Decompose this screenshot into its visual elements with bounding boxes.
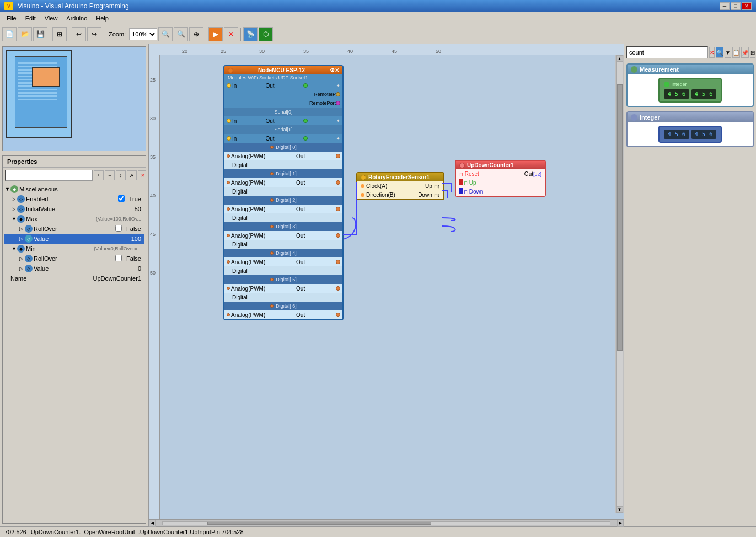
zoom-fit-button[interactable]: ⊕: [189, 27, 203, 41]
new-button[interactable]: 📄: [2, 27, 17, 41]
props-collapse-button[interactable]: −: [105, 170, 115, 180]
tree-min-rollover[interactable]: ▷ ◇ RollOver False: [4, 254, 144, 264]
vscroll-down-arrow[interactable]: ▼: [616, 506, 623, 513]
delete-button[interactable]: ✕: [224, 27, 238, 41]
hscroll-left-arrow[interactable]: ◀: [149, 520, 156, 527]
save-button[interactable]: 💾: [33, 27, 47, 41]
props-sort-alpha-button[interactable]: A: [127, 170, 137, 180]
canvas-vscroll[interactable]: ▲ ▼: [615, 55, 624, 513]
tree-initial-value[interactable]: ▷ ◇ InitialValue 50: [4, 204, 144, 214]
toolbar-r1[interactable]: 📋: [732, 47, 740, 58]
menu-arduino[interactable]: Arduino: [62, 14, 92, 23]
measurement-group: Measurement Integer 4 5 6 4 5 6: [626, 63, 754, 107]
menu-edit[interactable]: Edit: [21, 14, 40, 23]
tree-name[interactable]: Name UpDownCounter1: [4, 273, 144, 283]
pin-digital5-digital: Digital: [224, 293, 342, 302]
tree-max-rollover[interactable]: ▷ ◇ RollOver False: [4, 224, 144, 234]
rotary-title: RotaryEncoderSensor1: [368, 174, 430, 180]
rotary-encoder-block[interactable]: RotaryEncoderSensor1 Clock(A) Up ⊓↑ Dire…: [356, 172, 444, 200]
vscroll-up-arrow[interactable]: ▲: [616, 55, 623, 62]
components-panel: Measurement Integer 4 5 6 4 5 6: [624, 61, 756, 526]
max-rollover-checkbox[interactable]: [115, 225, 122, 232]
pin-digital0-digital: Digital: [224, 160, 342, 169]
redo-button[interactable]: ↪: [87, 27, 101, 41]
menu-help[interactable]: Help: [92, 14, 113, 23]
hscroll-right-arrow[interactable]: ▶: [617, 520, 624, 527]
wifi-button[interactable]: 📡: [243, 27, 258, 41]
pin-udp-in: In Out✦: [224, 81, 342, 90]
canvas-hscroll[interactable]: ◀ ▶: [149, 519, 624, 526]
props-delete-button[interactable]: ✕: [138, 170, 146, 180]
menu-view[interactable]: View: [40, 14, 62, 23]
canvas-scroll[interactable]: NodeMCU ESP-12 ⚙✕ Modules.WiFi.Sockets.U…: [160, 55, 624, 519]
toolbar-r3[interactable]: ⊞: [750, 47, 755, 58]
properties-search-input[interactable]: [5, 170, 93, 181]
counter-pin-down: ⊓ Down: [456, 187, 545, 196]
properties-tree: ▼ ◆ Miscellaneous ▷ ◇ Enabled True ▷: [3, 183, 146, 284]
enabled-value: True: [129, 196, 143, 202]
measurement-item[interactable]: Integer 4 5 6 4 5 6: [658, 78, 721, 103]
pin-digital1-header: Digital[ 1]: [224, 169, 342, 178]
meas-digit-2: 4 5 6: [691, 89, 716, 99]
undo-button[interactable]: ↩: [72, 27, 86, 41]
pin-serial0-header: Serial[0]: [224, 108, 342, 116]
initial-value-label: InitialValue: [26, 206, 135, 212]
min-rollover-label: RollOver: [34, 255, 115, 262]
properties-header: Properties: [3, 156, 146, 168]
restore-button[interactable]: □: [731, 2, 741, 10]
minimize-button[interactable]: ─: [720, 2, 730, 10]
min-hint: (Value=0,RollOver=...: [94, 246, 143, 251]
min-value-label: Value: [34, 265, 138, 272]
measurement-title: Measurement: [640, 66, 679, 73]
enabled-checkbox[interactable]: [118, 195, 125, 202]
canvas-ruler-left: 25 30 35 40 45 50: [149, 55, 160, 519]
toolbar-r2[interactable]: 📌: [741, 47, 749, 58]
tree-miscellaneous[interactable]: ▼ ◆ Miscellaneous: [4, 184, 144, 194]
zoom-out-button[interactable]: 🔍: [174, 27, 188, 41]
hscroll-thumb[interactable]: [207, 522, 431, 525]
meas-digit-1: 4 5 6: [664, 89, 689, 99]
grid-button[interactable]: ⊞: [52, 27, 67, 41]
canvas-area: 20 25 30 35 40 45 50 25 30 35 40 45 50: [149, 44, 624, 526]
tree-max-value[interactable]: ▷ ◇ Value 100: [4, 234, 144, 244]
vscroll-track[interactable]: [616, 62, 623, 506]
arduino-upload-button[interactable]: ▶: [208, 27, 223, 41]
vscroll-thumb[interactable]: [617, 84, 623, 350]
zoom-in-button[interactable]: 🔍: [158, 27, 173, 41]
open-button[interactable]: 📂: [18, 27, 32, 41]
app-icon: V: [4, 2, 13, 10]
left-panel: Properties + − ↕ A ✕ ▼ ◆ Miscellaneous: [0, 44, 149, 526]
tree-max[interactable]: ▼ ◆ Max (Value=100,RollOv...: [4, 214, 144, 224]
pin-digital3-digital: Digital: [224, 240, 342, 249]
props-sort-button[interactable]: ↕: [116, 170, 126, 180]
node-mcu-block[interactable]: NodeMCU ESP-12 ⚙✕ Modules.WiFi.Sockets.U…: [223, 65, 344, 320]
menu-file[interactable]: File: [2, 14, 21, 23]
tree-enabled[interactable]: ▷ ◇ Enabled True: [4, 194, 144, 204]
tree-min-value[interactable]: ▷ ◇ Value 0: [4, 264, 144, 273]
filter-button[interactable]: ▼: [725, 47, 731, 58]
statusbar: 702:526 UpDownCounter1._OpenWireRootUnit…: [0, 526, 756, 537]
integer-item[interactable]: 4 5 6 4 5 6: [658, 126, 721, 143]
search-input[interactable]: count: [626, 46, 708, 58]
hscroll-track[interactable]: [162, 521, 610, 525]
updown-counter-block[interactable]: UpDownCounter1 ⊓ Reset Out[32] ⊓ Up ⊓ Do…: [455, 160, 546, 197]
properties-tab-label[interactable]: Properties: [7, 158, 37, 165]
min-rollover-checkbox[interactable]: [115, 255, 122, 261]
pin-digital0-analog: Analog(PWM) Out: [224, 152, 342, 160]
props-expand-button[interactable]: +: [94, 170, 104, 180]
pin-serial1-header: Serial[1]: [224, 125, 342, 134]
integer-group-header: Integer: [628, 112, 753, 122]
window-title: Visuino - Visual Arduino Programming: [18, 2, 129, 10]
close-button[interactable]: ✕: [742, 2, 752, 10]
board-button[interactable]: ⬡: [259, 27, 273, 41]
search-go-button[interactable]: 🔍: [716, 47, 723, 58]
min-value-display: 0: [138, 265, 143, 272]
canvas-wrapper: 25 30 35 40 45 50: [149, 55, 624, 519]
search-clear-button[interactable]: ✕: [709, 47, 715, 58]
zoom-select[interactable]: 100% 75% 150%: [129, 28, 157, 40]
tree-min[interactable]: ▼ ◆ Min (Value=0,RollOver=...: [4, 244, 144, 254]
pin-digital0-header: Digital[ 0]: [224, 143, 342, 152]
rotary-pin-clock: Clock(A) Up ⊓↑: [357, 181, 443, 190]
pin-digital1-analog: Analog(PWM) Out: [224, 178, 342, 187]
node-mcu-title: NodeMCU ESP-12: [233, 67, 330, 73]
